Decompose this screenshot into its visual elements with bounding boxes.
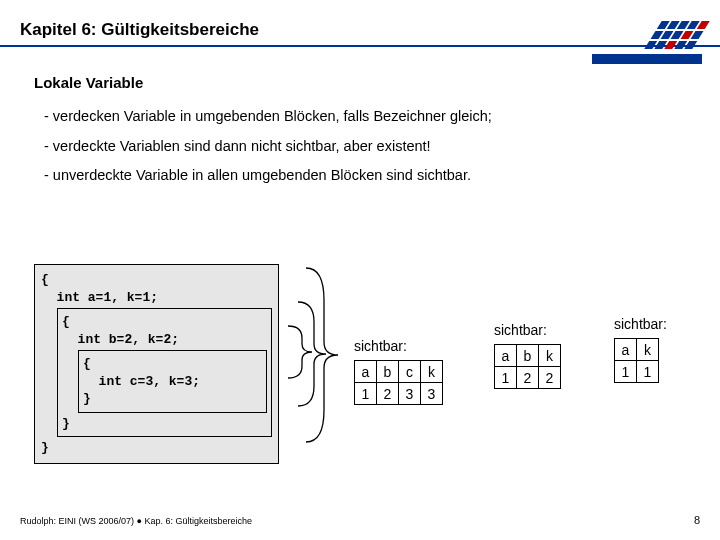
code-line: int c=3, k=3; [83, 373, 262, 391]
code-line: } [62, 415, 267, 433]
table-caption: sichtbar: [614, 316, 667, 332]
table-row: 1 1 [615, 361, 659, 383]
lower-area: { int a=1, k=1; { int b=2, k=2; { int c=… [34, 264, 694, 464]
bullet-2: - verdeckte Variablen sind dann nicht si… [44, 137, 694, 157]
slide: Kapitel 6: Gültigkeitsbereiche Lokale Va… [0, 0, 720, 540]
table-cell: 1 [615, 361, 637, 383]
table-row: a b k [495, 345, 561, 367]
table-cell: a [615, 339, 637, 361]
code-block-inner: { int c=3, k=3; } [78, 350, 267, 413]
table-row: a k [615, 339, 659, 361]
code-block-mid: { int b=2, k=2; { int c=3, k=3; } } [57, 308, 272, 437]
table-cell: b [517, 345, 539, 367]
table-cell: k [421, 361, 443, 383]
header: Kapitel 6: Gültigkeitsbereiche [0, 0, 720, 50]
table-cell: 3 [421, 383, 443, 405]
visibility-table-outer: a k 1 1 [614, 338, 659, 383]
logo-bar [592, 54, 702, 64]
code-line: { [41, 271, 272, 289]
table-caption: sichtbar: [494, 322, 561, 338]
code-line: int a=1, k=1; [41, 289, 272, 307]
table-row: 1 2 2 [495, 367, 561, 389]
table-cell: a [355, 361, 377, 383]
table-cell: b [377, 361, 399, 383]
visibility-table-inner: a b c k 1 2 3 3 [354, 360, 443, 405]
code-line: { [83, 355, 262, 373]
table-cell: 1 [355, 383, 377, 405]
table-cell: c [399, 361, 421, 383]
table-cell: 1 [637, 361, 659, 383]
bullet-3: - unverdeckte Variable in allen umgebend… [44, 166, 694, 186]
code-line: } [41, 439, 272, 457]
table-cell: 1 [495, 367, 517, 389]
table-outer: sichtbar: a k 1 1 [614, 316, 667, 383]
table-inner: sichtbar: a b c k 1 2 3 3 [354, 338, 443, 405]
table-cell: k [539, 345, 561, 367]
table-mid: sichtbar: a b k 1 2 2 [494, 322, 561, 389]
bullet-1: - verdecken Variable in umgebenden Blöck… [44, 107, 694, 127]
code-block-outer: { int a=1, k=1; { int b=2, k=2; { int c=… [34, 264, 279, 464]
footer-text: Rudolph: EINI (WS 2006/07) ● Kap. 6: Gül… [20, 516, 252, 526]
code-line: } [83, 390, 262, 408]
content: Lokale Variable - verdecken Variable in … [34, 74, 694, 196]
code-line: int b=2, k=2; [62, 331, 267, 349]
table-cell: 2 [539, 367, 561, 389]
table-row: a b c k [355, 361, 443, 383]
title-underline [0, 45, 720, 47]
table-caption: sichtbar: [354, 338, 443, 354]
brace-outer-icon [302, 266, 340, 444]
table-cell: 2 [517, 367, 539, 389]
table-cell: 3 [399, 383, 421, 405]
visibility-table-mid: a b k 1 2 2 [494, 344, 561, 389]
page-number: 8 [694, 514, 700, 526]
table-row: 1 2 3 3 [355, 383, 443, 405]
slide-title: Kapitel 6: Gültigkeitsbereiche [20, 20, 259, 40]
table-cell: k [637, 339, 659, 361]
code-line: { [62, 313, 267, 331]
table-cell: 2 [377, 383, 399, 405]
table-cell: a [495, 345, 517, 367]
section-title: Lokale Variable [34, 74, 694, 91]
